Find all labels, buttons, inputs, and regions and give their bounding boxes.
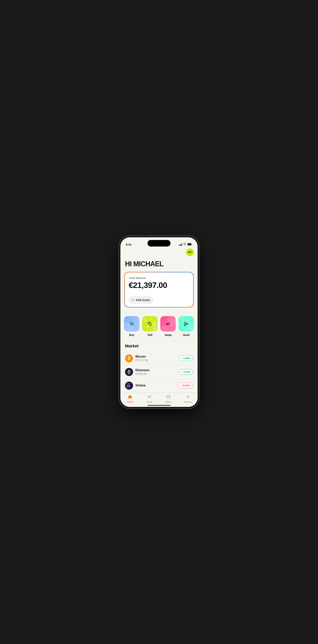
greeting-section: HI MICHAEL: [120, 258, 198, 272]
signal-bars-icon: [179, 244, 182, 246]
nav-wallet-label: Wallet: [166, 401, 172, 403]
market-item-eth[interactable]: Ethereum €3,048.48 + 4.23%: [125, 365, 193, 379]
wallet-icon: [166, 394, 171, 400]
nav-settings-label: Settings: [184, 401, 192, 403]
wifi-icon: [183, 243, 186, 246]
home-icon: [128, 394, 132, 400]
status-time: 9:41: [126, 243, 132, 246]
send-label: Send: [183, 334, 190, 336]
eth-icon: [125, 368, 133, 376]
svg-rect-1: [188, 244, 191, 245]
divider-2: [120, 341, 198, 341]
btc-info: Bitcoin €57,517.58: [135, 355, 148, 362]
svg-point-3: [133, 316, 139, 324]
sol-name: Solana: [135, 384, 145, 387]
action-sell[interactable]: Sell: [142, 316, 158, 336]
add-funds-button[interactable]: + Add funds: [129, 296, 153, 304]
sol-info: Solana: [135, 384, 145, 388]
svg-rect-18: [167, 396, 170, 398]
swap-label: Swap: [165, 334, 172, 336]
svg-point-11: [153, 327, 157, 330]
sell-label: Sell: [147, 334, 152, 336]
add-funds-label: Add funds: [136, 298, 150, 302]
btc-icon: ₿: [125, 354, 133, 362]
action-buy[interactable]: Buy: [124, 316, 139, 336]
svg-point-2: [124, 322, 134, 332]
status-icons: [179, 243, 192, 246]
btc-change-badge: + 0.98%: [179, 356, 193, 361]
nav-settings[interactable]: Settings: [181, 394, 195, 403]
bottom-nav: Home Swap: [120, 392, 198, 407]
nav-home-label: Home: [127, 401, 133, 403]
action-swap[interactable]: Swap: [160, 316, 176, 336]
market-section: Market ₿ Bitcoin €57,517.58 + 0.98%: [120, 342, 198, 392]
eth-change-badge: + 4.23%: [179, 369, 193, 375]
nav-swap-icon: [147, 394, 152, 400]
add-funds-plus-icon: +: [132, 298, 134, 302]
dynamic-island: [147, 240, 171, 246]
phone-frame: 9:41: [119, 236, 199, 408]
home-indicator: [147, 405, 171, 406]
btc-price: €57,517.58: [135, 359, 148, 362]
swap-icon-wrap: [160, 316, 176, 332]
nav-wallet[interactable]: Wallet: [162, 394, 175, 403]
svg-point-10: [143, 326, 145, 328]
svg-point-13: [167, 316, 176, 326]
balance-label: Total Balance: [129, 276, 189, 280]
main-content[interactable]: HI MICHAEL Total Balance €21,397.00 + Ad…: [120, 258, 198, 407]
balance-card-wrapper: Total Balance €21,397.00 + Add funds: [124, 272, 194, 308]
nav-swap[interactable]: Swap: [143, 394, 156, 403]
sol-left: Solana: [125, 382, 145, 390]
market-item-sol[interactable]: Solana - 16.82%: [125, 379, 193, 392]
svg-point-9: [146, 325, 150, 328]
action-send[interactable]: Send: [179, 316, 194, 336]
eth-left: Ethereum €3,048.48: [125, 368, 150, 376]
send-icon-wrap: [179, 316, 194, 332]
market-title: Market: [125, 344, 193, 348]
battery-icon: [187, 243, 192, 246]
nav-home[interactable]: Home: [123, 394, 137, 403]
svg-point-8: [151, 321, 157, 326]
svg-point-6: [143, 318, 147, 322]
sol-change-badge: - 16.82%: [178, 383, 193, 388]
nav-swap-label: Swap: [147, 401, 152, 403]
market-item-btc[interactable]: ₿ Bitcoin €57,517.58 + 0.98%: [125, 352, 193, 365]
eth-name: Ethereum: [135, 368, 150, 372]
greeting-text: HI MICHAEL: [125, 260, 193, 268]
phone-screen: 9:41: [120, 237, 198, 407]
btc-name: Bitcoin: [135, 355, 148, 358]
eth-info: Ethereum €3,048.48: [135, 368, 150, 375]
svg-rect-19: [169, 397, 170, 398]
avatar[interactable]: MF: [186, 248, 194, 256]
settings-icon: [186, 394, 190, 400]
buy-icon-wrap: [124, 316, 139, 332]
sol-icon: [125, 382, 133, 390]
svg-point-20: [187, 396, 189, 397]
header: MF: [120, 248, 198, 258]
svg-point-14: [161, 325, 168, 332]
action-buttons: Buy: [120, 313, 198, 340]
svg-point-7: [149, 318, 152, 320]
buy-label: Buy: [129, 334, 134, 336]
btc-left: ₿ Bitcoin €57,517.58: [125, 354, 148, 362]
balance-card: Total Balance €21,397.00 + Add funds: [125, 272, 193, 307]
eth-price: €3,048.48: [135, 372, 150, 375]
balance-amount: €21,397.00: [129, 281, 189, 290]
divider-1: [120, 312, 198, 312]
sell-icon-wrap: [142, 316, 158, 332]
